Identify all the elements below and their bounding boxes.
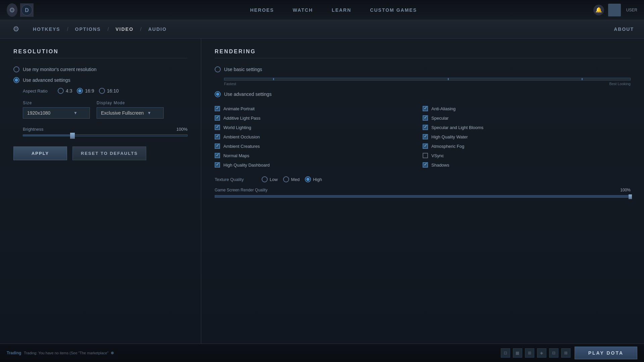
game-screen-slider[interactable] <box>215 195 631 198</box>
checkbox-high-quality-water[interactable]: High Quality Water <box>423 132 631 141</box>
settings-bar: ⚙ HOTKEYS / OPTIONS / VIDEO / AUDIO ABOU… <box>0 20 644 39</box>
aspect-4-3-radio[interactable] <box>58 88 64 94</box>
advanced-resolution-row[interactable]: Use advanced settings <box>13 77 187 83</box>
animate-portrait-checkbox[interactable] <box>215 106 220 111</box>
checkbox-additive-light[interactable]: Additive Light Pass <box>215 113 423 123</box>
slider-fastest-label: Fastest <box>224 82 236 86</box>
logo[interactable]: ⚙ D <box>7 2 34 18</box>
aspect-radio-group: 4:3 16:9 16:10 <box>58 88 119 94</box>
slider-best-label: Best Looking <box>609 82 631 86</box>
nav-learn[interactable]: LEARN <box>329 6 354 14</box>
texture-low-radio[interactable] <box>262 176 268 182</box>
aspect-16-10-radio[interactable] <box>99 88 105 94</box>
texture-med-radio[interactable] <box>283 176 289 182</box>
advanced-rendering-radio[interactable] <box>215 91 221 97</box>
nav-watch[interactable]: WATCH <box>290 6 316 14</box>
main-content: RESOLUTION Use my monitor's current reso… <box>0 39 644 344</box>
brightness-handle[interactable] <box>70 133 75 139</box>
display-mode-value: Exclusive Fullscreen <box>101 110 144 116</box>
checkbox-specular-blooms[interactable]: Specular and Light Blooms <box>423 123 631 132</box>
resolution-title: RESOLUTION <box>13 49 187 58</box>
top-bar-right: 🔔 USER <box>593 4 637 16</box>
basic-settings-row[interactable]: Use basic settings <box>215 66 631 72</box>
monitor-resolution-radio[interactable] <box>13 66 19 72</box>
world-lighting-checkbox[interactable] <box>215 125 220 130</box>
checkbox-animate-portrait[interactable]: Animate Portrait <box>215 104 423 113</box>
checkbox-high-quality-dashboard[interactable]: High Quality Dashboard <box>215 160 423 170</box>
additive-light-label: Additive Light Pass <box>223 116 261 121</box>
aspect-16-9[interactable]: 16:9 <box>77 88 94 94</box>
nav-custom-games[interactable]: CUSTOM GAMES <box>367 6 420 14</box>
shadows-checkbox[interactable] <box>423 162 428 168</box>
advanced-rendering-row[interactable]: Use advanced settings <box>215 91 631 97</box>
texture-high[interactable]: High <box>305 176 322 182</box>
play-dota-button[interactable]: PLAY DOTA <box>575 347 637 359</box>
checkbox-world-lighting[interactable]: World Lighting <box>215 123 423 132</box>
checkbox-ambient-creatures[interactable]: Ambient Creatures <box>215 141 423 151</box>
basic-quality-slider[interactable] <box>224 78 631 80</box>
specular-label: Specular <box>431 116 448 121</box>
texture-med[interactable]: Med <box>283 176 300 182</box>
size-select[interactable]: 644x362 ▼ <box>23 107 90 119</box>
ambient-creatures-checkbox[interactable] <box>215 143 220 149</box>
tab-options[interactable]: OPTIONS <box>70 24 106 35</box>
aspect-16-10[interactable]: 16:10 <box>99 88 119 94</box>
checkbox-vsync[interactable]: VSync <box>423 151 631 160</box>
bottom-icon-4[interactable]: ◈ <box>537 348 546 358</box>
about-link[interactable]: ABOUT <box>614 26 634 32</box>
checkbox-normal-maps[interactable]: Normal Maps <box>215 151 423 160</box>
brightness-row: Brightness 100% <box>23 127 187 136</box>
additive-light-checkbox[interactable] <box>215 115 220 121</box>
bottom-bar: Trading Trading: You have no items (See … <box>0 344 644 362</box>
reset-button[interactable]: RESET TO DEFAULTS <box>72 146 146 160</box>
apply-button[interactable]: APPLY <box>13 146 67 160</box>
high-quality-water-checkbox[interactable] <box>423 134 428 139</box>
bottom-icon-2[interactable]: ▦ <box>513 348 522 358</box>
bottom-icon-1[interactable]: ⊡ <box>501 348 510 358</box>
checkbox-ambient-occlusion[interactable]: Ambient Occlusion <box>215 132 423 141</box>
checkbox-shadows[interactable]: Shadows <box>423 160 631 170</box>
settings-gear-icon: ⚙ <box>10 23 22 35</box>
anti-aliasing-checkbox[interactable] <box>423 106 428 111</box>
basic-settings-radio[interactable] <box>215 66 221 72</box>
tab-video[interactable]: VIDEO <box>110 24 139 35</box>
texture-high-label: High <box>313 177 322 182</box>
high-quality-dashboard-label: High Quality Dashboard <box>223 163 270 168</box>
slider-marker-1 <box>273 78 274 80</box>
top-nav: HEROES WATCH LEARN CUSTOM GAMES <box>74 6 593 14</box>
bottom-icon-5[interactable]: ⊟ <box>549 348 558 358</box>
monitor-resolution-row[interactable]: Use my monitor's current resolution <box>13 66 187 72</box>
bottom-icon-6[interactable]: ⊠ <box>561 348 571 358</box>
rendering-panel: RENDERING Use basic settings Fastest Bes… <box>201 39 644 344</box>
nav-heroes[interactable]: HEROES <box>248 6 277 14</box>
checkbox-atmospheric-fog[interactable]: Atmospheric Fog <box>423 141 631 151</box>
advanced-resolution-radio[interactable] <box>13 77 19 83</box>
checkbox-anti-aliasing[interactable]: Anti-Aliasing <box>423 104 631 113</box>
aspect-16-9-radio[interactable] <box>77 88 83 94</box>
aspect-4-3[interactable]: 4:3 <box>58 88 72 94</box>
checkbox-specular[interactable]: Specular <box>423 113 631 123</box>
high-quality-dashboard-checkbox[interactable] <box>215 162 220 168</box>
bottom-icon-3[interactable]: ⊞ <box>525 348 534 358</box>
checkboxes-grid: Animate Portrait Anti-Aliasing Additive … <box>215 104 631 170</box>
display-mode-select[interactable]: Exclusive Fullscreen ▼ <box>97 107 164 119</box>
tab-audio[interactable]: AUDIO <box>143 24 172 35</box>
atmospheric-fog-checkbox[interactable] <box>423 143 428 149</box>
bottom-icons: ⊡ ▦ ⊞ ◈ ⊟ ⊠ <box>501 348 571 358</box>
normal-maps-checkbox[interactable] <box>215 153 220 158</box>
tab-hotkeys[interactable]: HOTKEYS <box>28 24 66 35</box>
game-screen-handle[interactable] <box>629 194 632 199</box>
avatar-icon[interactable] <box>608 4 621 16</box>
texture-low[interactable]: Low <box>262 176 278 182</box>
specular-blooms-checkbox[interactable] <box>423 125 428 130</box>
display-mode-label: Display Mode <box>97 101 164 105</box>
vsync-checkbox[interactable] <box>423 153 428 158</box>
brightness-slider[interactable] <box>23 134 187 136</box>
texture-low-label: Low <box>270 177 278 182</box>
ambient-occlusion-checkbox[interactable] <box>215 134 220 139</box>
specular-checkbox[interactable] <box>423 115 428 121</box>
resolution-panel: RESOLUTION Use my monitor's current reso… <box>0 39 201 344</box>
settings-tabs: HOTKEYS / OPTIONS / VIDEO / AUDIO <box>28 24 172 35</box>
texture-high-radio[interactable] <box>305 176 311 182</box>
notification-icon[interactable]: 🔔 <box>593 5 604 15</box>
